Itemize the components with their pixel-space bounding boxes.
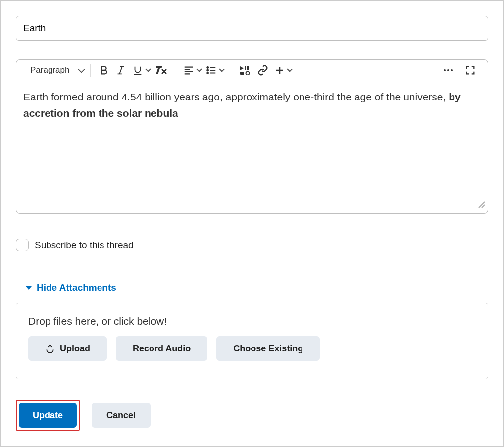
caret-down-icon bbox=[26, 286, 32, 290]
attachments-toggle[interactable]: Hide Attachments bbox=[26, 282, 116, 293]
upload-button[interactable]: Upload bbox=[28, 336, 107, 361]
rich-text-editor: Paragraph bbox=[16, 59, 488, 214]
title-input[interactable] bbox=[16, 16, 488, 41]
resize-handle-icon[interactable] bbox=[478, 201, 486, 211]
insert-more-button[interactable] bbox=[272, 63, 294, 77]
svg-line-24 bbox=[482, 205, 485, 208]
svg-line-23 bbox=[479, 202, 485, 208]
underline-button[interactable] bbox=[129, 63, 152, 78]
paragraph-style-label: Paragraph bbox=[30, 65, 69, 75]
svg-rect-16 bbox=[240, 72, 244, 75]
svg-point-22 bbox=[451, 69, 453, 71]
svg-point-9 bbox=[207, 70, 209, 71]
chevron-down-icon bbox=[197, 66, 202, 72]
toolbar-separator bbox=[299, 64, 299, 77]
dropzone-buttons: Upload Record Audio Choose Existing bbox=[28, 336, 476, 361]
dropzone-prompt: Drop files here, or click below! bbox=[28, 315, 476, 327]
svg-line-2 bbox=[120, 67, 123, 74]
italic-button[interactable] bbox=[112, 63, 129, 78]
list-button[interactable] bbox=[203, 63, 226, 77]
cancel-button[interactable]: Cancel bbox=[92, 403, 151, 428]
more-options-button[interactable] bbox=[439, 63, 457, 77]
clear-formatting-button[interactable] bbox=[152, 63, 170, 77]
chevron-down-icon bbox=[287, 66, 293, 72]
highlight-frame: Update bbox=[16, 400, 80, 431]
svg-point-17 bbox=[246, 72, 250, 75]
chevron-down-icon bbox=[78, 66, 85, 73]
body-text: Earth formed around 4.54 billion years a… bbox=[23, 91, 449, 102]
svg-point-20 bbox=[444, 69, 446, 71]
upload-label: Upload bbox=[60, 344, 90, 354]
bold-button[interactable] bbox=[96, 63, 112, 78]
insert-media-button[interactable] bbox=[236, 63, 254, 77]
svg-point-21 bbox=[447, 69, 449, 71]
fullscreen-button[interactable] bbox=[462, 63, 479, 78]
subscribe-checkbox[interactable] bbox=[16, 239, 29, 251]
subscribe-row: Subscribe to this thread bbox=[16, 239, 488, 251]
svg-rect-15 bbox=[247, 66, 249, 70]
svg-rect-14 bbox=[245, 66, 246, 70]
link-button[interactable] bbox=[254, 63, 272, 78]
align-button[interactable] bbox=[180, 63, 203, 77]
svg-point-10 bbox=[207, 72, 209, 74]
edit-post-panel: Paragraph bbox=[0, 0, 504, 447]
editor-body[interactable]: Earth formed around 4.54 billion years a… bbox=[16, 81, 488, 213]
editor-toolbar: Paragraph bbox=[19, 60, 485, 81]
upload-icon bbox=[45, 344, 55, 353]
choose-existing-label: Choose Existing bbox=[233, 344, 303, 354]
record-audio-label: Record Audio bbox=[133, 344, 191, 354]
attachments-dropzone[interactable]: Drop files here, or click below! Upload … bbox=[16, 303, 488, 379]
paragraph-style-dropdown[interactable]: Paragraph bbox=[28, 63, 85, 77]
choose-existing-button[interactable]: Choose Existing bbox=[216, 336, 320, 361]
attachments-toggle-label: Hide Attachments bbox=[37, 282, 116, 293]
action-row: Update Cancel bbox=[16, 400, 488, 431]
update-button[interactable]: Update bbox=[19, 403, 77, 428]
svg-point-8 bbox=[207, 67, 209, 68]
chevron-down-icon bbox=[146, 66, 151, 72]
chevron-down-icon bbox=[219, 66, 225, 72]
subscribe-label: Subscribe to this thread bbox=[35, 240, 134, 250]
record-audio-button[interactable]: Record Audio bbox=[116, 336, 207, 361]
